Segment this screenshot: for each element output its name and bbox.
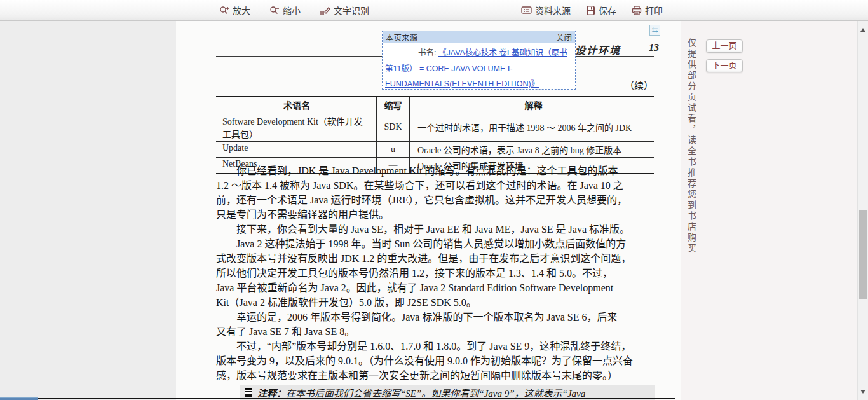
page-header-title: 设计环境: [575, 42, 621, 57]
vertical-scrollbar[interactable]: [857, 21, 868, 400]
zoom-out-button[interactable]: 缩小: [269, 4, 301, 17]
toolbar-left-group: 放大 缩小 文字识别: [219, 0, 369, 20]
print-label: 打印: [645, 4, 663, 17]
page-number: 13: [649, 42, 659, 53]
body-text-line: 只是专门为不需要编译器的用户提供。: [216, 207, 656, 222]
ocr-button[interactable]: 文字识别: [320, 4, 369, 17]
refresh-icon[interactable]: ⇆: [649, 25, 660, 36]
left-gutter: [0, 21, 176, 400]
source-button[interactable]: 资料来源: [521, 4, 571, 17]
source-label: 资料来源: [535, 4, 571, 17]
table-header-row: 术语名 缩写 解释: [216, 97, 654, 113]
paragraph: Java 2 这种提法始于 1998 年。当时 Sun 公司的销售人员感觉以增加…: [216, 237, 656, 310]
terms-table: 术语名 缩写 解释 Software Development Kit（软件开发工…: [216, 96, 654, 174]
printer-icon: [632, 6, 642, 15]
popup-header: 本页来源 关闭: [383, 31, 575, 43]
magnifier-plus-icon: [219, 6, 229, 15]
body-text-line: 不过，“内部”版本号却分别是 1.6.0、1.7.0 和 1.8.0。到了 Ja…: [216, 339, 656, 354]
note-body: 在本书后面我们会省去缩写“SE”。如果你看到“Java 9”，这就表示“Java: [286, 389, 585, 399]
next-page-button[interactable]: 下一页: [706, 59, 743, 72]
note-label: 注释：: [257, 389, 286, 399]
magnifier-minus-icon: [269, 6, 280, 15]
paragraph: 幸运的是，2006 年版本号得到简化。Java 标准版的下一个版本取名为 Jav…: [216, 310, 656, 339]
toolbar-right-group: 资料来源 保存 打印: [521, 0, 663, 20]
body-text-line: Java 2 这种提法始于 1998 年。当时 Sun 公司的销售人员感觉以增加…: [216, 237, 656, 251]
toolbar: 放大 缩小 文字识别 资料来源: [0, 0, 868, 21]
body-text-line: 所以他们决定开发工具包的版本号仍然沿用 1.2，接下来的版本是 1.3、1.4 …: [216, 266, 656, 280]
note-text: 注释：在本书后面我们会省去缩写“SE”。如果你看到“Java 9”，这就表示“J…: [257, 386, 585, 399]
table-cell: Software Development Kit（软件开发工具包）: [216, 113, 377, 141]
table-cell: 一个过时的术语，用于描述 1998 ～ 2006 年之间的 JDK: [410, 113, 654, 141]
zoom-in-label: 放大: [233, 4, 250, 17]
right-sidebar: 仅提供部分页试看，读全书推荐您到书店购买 上一页 下一页: [681, 21, 857, 400]
zoom-out-label: 缩小: [283, 4, 301, 17]
body-text-line: 又有了 Java SE 7 和 Java SE 8。: [216, 324, 656, 339]
bottom-border-line: [38, 398, 675, 399]
table-continued-label: （续）: [625, 78, 653, 92]
print-button[interactable]: 打印: [632, 4, 663, 17]
table-header-cell: 解释: [410, 97, 654, 113]
page-source-popup: 本页来源 关闭 书名: 《JAVA核心技术 卷Ⅰ 基础知识（原书第11版） = …: [382, 31, 576, 90]
table-header-cell: 缩写: [377, 97, 410, 113]
zoom-in-button[interactable]: 放大: [219, 4, 250, 17]
body-text-line: 幸运的是，2006 年版本号得到简化。Java 标准版的下一个版本取名为 Jav…: [216, 310, 656, 324]
floppy-disk-icon: [586, 6, 595, 15]
note-icon: [245, 388, 252, 397]
body-text-line: 你已经看到，JDK 是 Java Development Kit 的缩写。有点混…: [216, 163, 656, 178]
ebook-reader-window: 放大 缩小 文字识别 资料来源: [0, 0, 868, 400]
table-cell: SDK: [377, 113, 410, 141]
body-text-line: 式改变版本号并没有反映出 JDK 1.2 的重大改进。但是，由于在发布之后才意识…: [216, 251, 656, 266]
body-text-line: Java 平台被重新命名为 Java 2。因此，就有了 Java 2 Stand…: [216, 280, 656, 295]
popup-close-button[interactable]: 关闭: [556, 31, 572, 43]
table-header-cell: 术语名: [216, 97, 377, 113]
scrollbar-down-arrow-icon[interactable]: [860, 390, 865, 394]
body-text-line: 1.2 ～版本 1.4 被称为 Java SDK。在某些场合下，还可以看到这个过…: [216, 178, 656, 193]
table-cell: u: [377, 142, 410, 157]
body-text: 你已经看到，JDK 是 Java Development Kit 的缩写。有点混…: [216, 163, 656, 383]
body-text-line: Kit（Java 2 标准版软件开发包）5.0 版，即 J2SE SDK 5.0…: [216, 295, 656, 310]
ocr-label: 文字识别: [334, 4, 369, 17]
text-recognition-pencil-icon: [320, 6, 330, 15]
bottom-blue-segment: [0, 397, 38, 400]
scrollbar-up-arrow-icon[interactable]: [860, 28, 865, 32]
table-row: Software Development Kit（软件开发工具包） SDK 一个…: [216, 113, 654, 142]
paragraph: 接下来，你会看到大量的 Java SE，相对于 Java EE 和 Java M…: [216, 222, 656, 237]
preview-notice: 仅提供部分页试看，读全书推荐您到书店购买: [685, 38, 698, 262]
body-text-line: 接下来，你会看到大量的 Java SE，相对于 Java EE 和 Java M…: [216, 222, 656, 237]
scrollbar-thumb[interactable]: [859, 210, 867, 299]
table-cell: Update: [216, 142, 377, 157]
body-text-line: 前，还有一个术语是 Java 运行时环境（JRE），它只包含虚拟机。这并不是开发…: [216, 193, 656, 207]
paragraph: 不过，“内部”版本号却分别是 1.6.0、1.7.0 和 1.8.0。到了 Ja…: [216, 339, 656, 383]
table-cell: Oracle 公司的术语，表示 Java 8 之前的 bug 修正版本: [410, 142, 654, 157]
previous-page-button[interactable]: 上一页: [706, 39, 743, 53]
table-row: Update u Oracle 公司的术语，表示 Java 8 之前的 bug …: [216, 142, 654, 158]
save-label: 保存: [599, 4, 616, 17]
body-text-line: 版本号变为 9，以及后来的 9.0.1。（为什么没有使用 9.0.0 作为初始版…: [216, 354, 656, 368]
popup-body: 书名: 《JAVA核心技术 卷Ⅰ 基础知识（原书第11版） = CORE JAV…: [383, 43, 575, 92]
body-text-line: 感，版本号规范要求在主版本和第一次安全更新之间的短暂间隔中删除版本号末尾的零。）: [216, 368, 656, 383]
source-card-icon: [521, 6, 532, 15]
paragraph: 你已经看到，JDK 是 Java Development Kit 的缩写。有点混…: [216, 163, 656, 222]
save-button[interactable]: 保存: [586, 4, 616, 17]
book-name-label: 书名:: [385, 45, 436, 61]
popup-title: 本页来源: [386, 31, 556, 43]
